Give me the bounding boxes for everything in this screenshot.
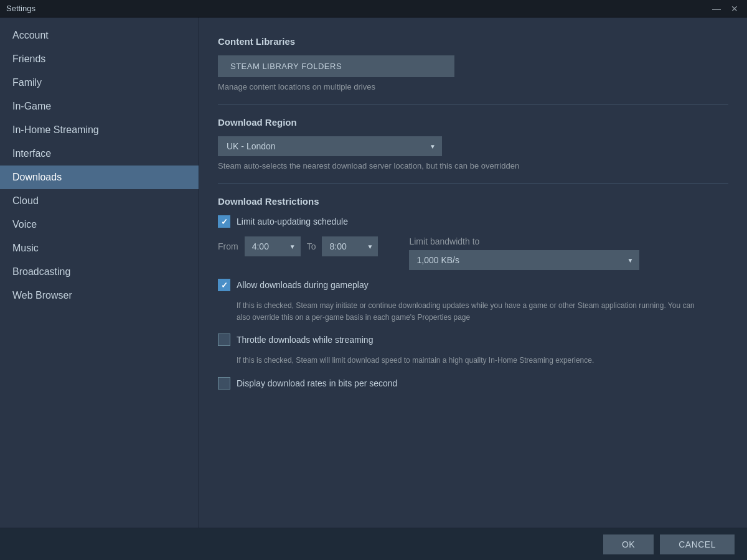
to-time-dropdown[interactable]: 0:001:002:003:004:005:006:007:008:0012:0… xyxy=(322,236,378,256)
download-region-section: Download Region UK - LondonUS - New York… xyxy=(218,117,728,170)
download-region-title: Download Region xyxy=(218,117,728,128)
download-restrictions-title: Download Restrictions xyxy=(218,196,728,207)
throttle-downloads-label: Throttle downloads while streaming xyxy=(237,335,373,345)
content-libraries-section: Content Libraries STEAM LIBRARY FOLDERS … xyxy=(218,36,728,91)
bandwidth-dropdown[interactable]: No limit512 KB/s1,000 KB/s2,000 KB/s5,00… xyxy=(409,250,639,270)
minimize-button[interactable]: — xyxy=(710,4,723,14)
sidebar-item-voice[interactable]: Voice xyxy=(0,213,199,236)
divider-2 xyxy=(218,183,728,184)
throttle-info: If this is checked, Steam will limit dow… xyxy=(237,355,710,366)
display-bits-label: Display download rates in bits per secon… xyxy=(237,378,397,388)
divider-1 xyxy=(218,104,728,105)
sidebar-item-family[interactable]: Family xyxy=(0,71,199,95)
from-group: From 0:001:002:003:004:005:006:007:008:0… xyxy=(218,236,378,256)
bandwidth-dropdown-wrapper: No limit512 KB/s1,000 KB/s2,000 KB/s5,00… xyxy=(409,250,639,270)
limit-schedule-row: Limit auto-updating schedule xyxy=(218,215,728,228)
sidebar-item-music[interactable]: Music xyxy=(0,236,199,260)
sidebar-item-in-home-streaming[interactable]: In-Home Streaming xyxy=(0,118,199,142)
close-button[interactable]: ✕ xyxy=(728,4,741,14)
allow-downloads-label: Allow downloads during gameplay xyxy=(237,280,369,290)
sidebar-item-web-browser[interactable]: Web Browser xyxy=(0,284,199,307)
bandwidth-group: Limit bandwidth to No limit512 KB/s1,000… xyxy=(409,236,639,270)
sidebar-item-broadcasting[interactable]: Broadcasting xyxy=(0,260,199,284)
allow-downloads-info: If this is checked, Steam may initiate o… xyxy=(237,300,710,324)
sidebar-item-friends[interactable]: Friends xyxy=(0,47,199,71)
from-label: From xyxy=(218,241,238,251)
main-container: AccountFriendsFamilyIn-GameIn-Home Strea… xyxy=(0,17,747,560)
region-dropdown-wrapper: UK - LondonUS - New YorkEU - FrankfurtAs… xyxy=(218,136,442,156)
title-bar: Settings — ✕ xyxy=(0,0,747,17)
steam-library-folders-button[interactable]: STEAM LIBRARY FOLDERS xyxy=(218,55,454,77)
bandwidth-label: Limit bandwidth to xyxy=(409,236,639,246)
sidebar-item-account[interactable]: Account xyxy=(0,24,199,47)
limit-schedule-label: Limit auto-updating schedule xyxy=(237,217,348,226)
window-title: Settings xyxy=(6,4,35,13)
region-dropdown[interactable]: UK - LondonUS - New YorkEU - FrankfurtAs… xyxy=(218,136,442,156)
title-bar-controls: — ✕ xyxy=(710,4,741,14)
display-bits-checkbox[interactable] xyxy=(218,377,230,390)
to-time-wrapper: 0:001:002:003:004:005:006:007:008:0012:0… xyxy=(322,236,378,256)
to-label: To xyxy=(307,241,316,251)
sidebar-item-downloads[interactable]: Downloads xyxy=(0,166,199,189)
ok-button[interactable]: OK xyxy=(603,534,654,554)
schedule-bandwidth-row: From 0:001:002:003:004:005:006:007:008:0… xyxy=(218,236,728,270)
footer: OK CANCEL xyxy=(0,528,747,560)
throttle-downloads-checkbox[interactable] xyxy=(218,334,230,346)
display-bits-row: Display download rates in bits per secon… xyxy=(218,377,728,390)
content-libraries-description: Manage content locations on multiple dri… xyxy=(218,82,728,91)
limit-schedule-checkbox[interactable] xyxy=(218,215,230,228)
from-time-dropdown[interactable]: 0:001:002:003:004:005:006:007:008:0012:0… xyxy=(245,236,301,256)
sidebar: AccountFriendsFamilyIn-GameIn-Home Strea… xyxy=(0,17,199,560)
allow-downloads-row: Allow downloads during gameplay xyxy=(218,279,728,291)
from-time-wrapper: 0:001:002:003:004:005:006:007:008:0012:0… xyxy=(245,236,301,256)
content-area: Content Libraries STEAM LIBRARY FOLDERS … xyxy=(199,17,747,560)
allow-downloads-checkbox[interactable] xyxy=(218,279,230,291)
throttle-downloads-row: Throttle downloads while streaming xyxy=(218,334,728,346)
sidebar-item-cloud[interactable]: Cloud xyxy=(0,189,199,213)
sidebar-item-interface[interactable]: Interface xyxy=(0,142,199,166)
download-restrictions-section: Download Restrictions Limit auto-updatin… xyxy=(218,196,728,390)
content-libraries-title: Content Libraries xyxy=(218,36,728,47)
cancel-button[interactable]: CANCEL xyxy=(660,534,735,554)
download-region-description: Steam auto-selects the nearest download … xyxy=(218,161,728,170)
sidebar-item-in-game[interactable]: In-Game xyxy=(0,95,199,118)
